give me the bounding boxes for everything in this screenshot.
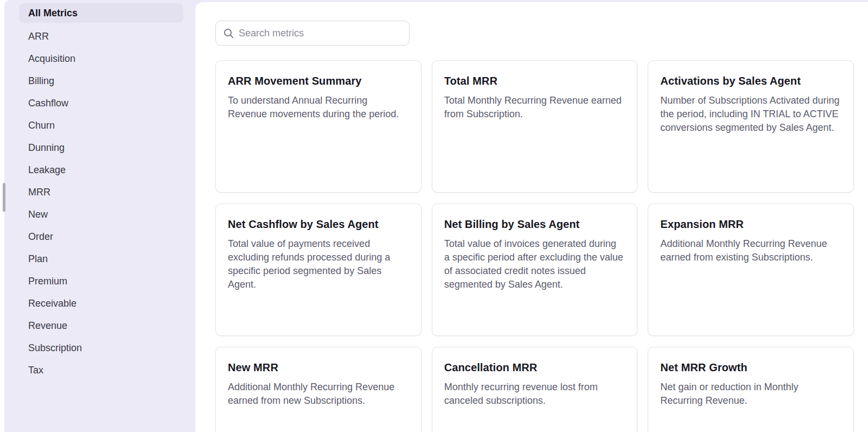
sidebar-item-label: Leakage — [28, 164, 66, 176]
sidebar-item-label: Acquisition — [28, 53, 75, 65]
metric-card-title: Net Billing by Sales Agent — [444, 218, 624, 231]
search-metrics-input[interactable] — [239, 28, 401, 39]
metric-card-title: Expansion MRR — [660, 218, 840, 231]
sidebar-item-label: Tax — [28, 365, 43, 376]
sidebar-item-label: Plan — [28, 253, 48, 265]
sidebar-item-acquisition[interactable]: Acquisition — [19, 48, 183, 70]
metric-card[interactable]: ARR Movement Summary To understand Annua… — [215, 60, 422, 193]
search-icon — [224, 28, 234, 39]
sidebar-item-mrr[interactable]: MRR — [19, 181, 183, 204]
metric-card-title: Cancellation MRR — [444, 361, 624, 374]
sidebar-item-label: Cashflow — [28, 98, 68, 109]
metric-card-title: Net MRR Growth — [660, 361, 840, 374]
metric-card[interactable]: Activations by Sales Agent Number of Sub… — [648, 60, 854, 193]
metrics-category-sidebar: All Metrics ARR Acquisition Billing Cash… — [4, 3, 195, 432]
sidebar-item-receivable[interactable]: Receivable — [19, 293, 183, 315]
sidebar-item-label: All Metrics — [28, 8, 78, 19]
metric-card-description: Total value of invoices generated during… — [444, 237, 624, 291]
metric-card-description: Additional Monthly Recurring Revenue ear… — [228, 380, 408, 408]
metric-card-title: Net Cashflow by Sales Agent — [228, 218, 408, 231]
metric-card[interactable]: Net Billing by Sales Agent Total value o… — [432, 204, 638, 336]
metric-card[interactable]: New MRR Additional Monthly Recurring Rev… — [215, 347, 422, 432]
search-metrics-box[interactable] — [215, 21, 410, 46]
sidebar-item-subscription[interactable]: Subscription — [19, 337, 183, 359]
sidebar-item-order[interactable]: Order — [19, 226, 183, 248]
metric-card-title: ARR Movement Summary — [228, 75, 408, 87]
sidebar-item-all-metrics[interactable]: All Metrics — [19, 3, 183, 23]
sidebar-item-label: New — [28, 209, 48, 220]
metric-card-description: Total value of payments received excludi… — [228, 237, 408, 291]
sidebar-item-label: Billing — [28, 75, 54, 87]
sidebar-item-revenue[interactable]: Revenue — [19, 315, 183, 337]
metric-card-description: Additional Monthly Recurring Revenue ear… — [660, 237, 840, 264]
sidebar-item-label: Order — [28, 231, 53, 243]
sidebar-item-dunning[interactable]: Dunning — [19, 137, 183, 159]
sidebar-item-churn[interactable]: Churn — [19, 115, 183, 137]
metric-card-description: Total Monthly Recurring Revenue earned f… — [444, 94, 624, 121]
sidebar-item-new[interactable]: New — [19, 204, 183, 226]
sidebar-item-label: Subscription — [28, 342, 82, 354]
sidebar-item-plan[interactable]: Plan — [19, 248, 183, 270]
metric-cards-grid: ARR Movement Summary To understand Annua… — [215, 60, 854, 432]
sidebar-item-leakage[interactable]: Leakage — [19, 159, 183, 181]
sidebar-item-label: MRR — [28, 187, 50, 198]
metrics-library-page: All Metrics ARR Acquisition Billing Cash… — [0, 0, 868, 432]
metric-card-description: To understand Annual Recurring Revenue m… — [228, 94, 408, 121]
metric-card[interactable]: Net Cashflow by Sales Agent Total value … — [215, 204, 422, 336]
sidebar-item-label: ARR — [28, 31, 49, 42]
sidebar-scrollbar-track — [0, 0, 4, 432]
metric-card-title: Total MRR — [444, 75, 624, 87]
sidebar-item-arr[interactable]: ARR — [19, 26, 183, 48]
metric-card[interactable]: Cancellation MRR Monthly recurring reven… — [432, 347, 638, 432]
sidebar-item-label: Dunning — [28, 142, 65, 154]
metric-card-title: Activations by Sales Agent — [660, 75, 840, 87]
sidebar-item-billing[interactable]: Billing — [19, 70, 183, 92]
sidebar-item-label: Revenue — [28, 320, 67, 332]
metric-card[interactable]: Net MRR Growth Net gain or reduction in … — [648, 347, 854, 432]
metric-card-title: New MRR — [228, 361, 408, 374]
sidebar-list: All Metrics ARR Acquisition Billing Cash… — [4, 3, 195, 382]
sidebar-item-label: Premium — [28, 276, 67, 287]
sidebar-item-label: Churn — [28, 120, 55, 131]
sidebar-item-cashflow[interactable]: Cashflow — [19, 92, 183, 115]
sidebar-item-label: Receivable — [28, 298, 76, 309]
metric-card-description: Monthly recurring revenue lost from canc… — [444, 380, 624, 408]
metric-card-description: Number of Subscriptions Activated during… — [660, 94, 840, 135]
sidebar-item-tax[interactable]: Tax — [19, 359, 183, 382]
sidebar-item-premium[interactable]: Premium — [19, 270, 183, 293]
metric-card-description: Net gain or reduction in Monthly Recurri… — [660, 380, 840, 408]
metrics-content-panel: ARR Movement Summary To understand Annua… — [195, 2, 868, 432]
metric-card[interactable]: Expansion MRR Additional Monthly Recurri… — [648, 204, 854, 336]
metric-card[interactable]: Total MRR Total Monthly Recurring Revenu… — [432, 60, 638, 193]
